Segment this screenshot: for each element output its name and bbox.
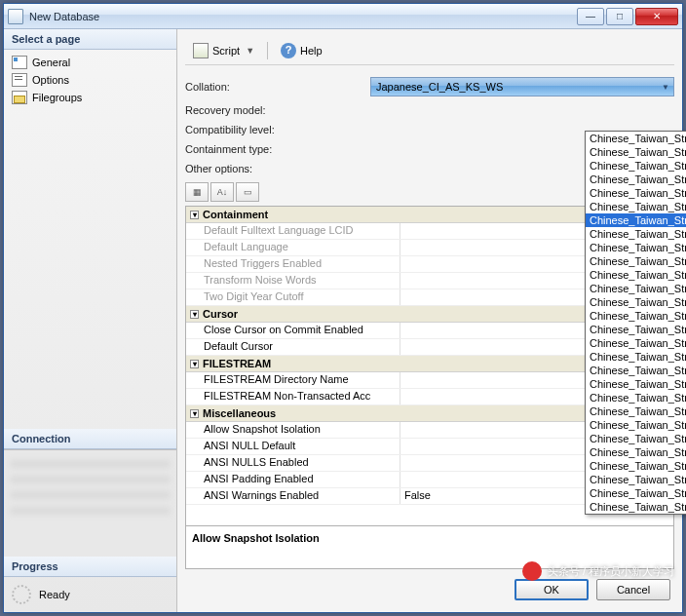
recovery-label: Recovery model: [185, 104, 370, 116]
right-panel: Script▼ ?Help Collation:Japanese_CI_AS_K… [177, 29, 682, 612]
other-options-label: Other options: [185, 163, 370, 174]
spinner-icon [12, 585, 31, 604]
collapse-icon[interactable]: ▾ [190, 360, 199, 368]
view-alphabetical-button[interactable]: A↓ [210, 182, 234, 202]
collapse-icon[interactable]: ▾ [190, 211, 199, 219]
dropdown-item[interactable]: Chinese_Taiwan_Stroke_CI_AS [586, 404, 686, 418]
property-key: ANSI NULL Default [186, 439, 400, 454]
progress-status: Ready [39, 589, 70, 600]
page-icon [12, 91, 27, 104]
dropdown-item[interactable]: Chinese_Taiwan_Stroke_CS_AI_KS [586, 473, 686, 486]
dropdown-item[interactable]: Chinese_Taiwan_Stroke_90_CS_AI_KS_SC [586, 132, 686, 145]
minimize-button[interactable]: — [577, 8, 604, 25]
dropdown-item[interactable]: Chinese_Taiwan_Stroke_90_CS_AI_KS_WS_SC [586, 159, 686, 173]
connection-area [4, 449, 176, 557]
property-key: FILESTREAM Directory Name [186, 372, 400, 388]
dropdown-item[interactable]: Chinese_Taiwan_Stroke_90_CS_AS_WS [586, 295, 686, 309]
watermark: 头条号 / 程序员小新人学习 [522, 561, 674, 581]
page-icon [12, 56, 27, 69]
property-key: ANSI Warnings Enabled [186, 488, 400, 504]
collapse-icon[interactable]: ▾ [190, 409, 199, 418]
dropdown-item[interactable]: Chinese_Taiwan_Stroke_BIN2 [586, 336, 686, 350]
collation-dropdown-list[interactable]: Chinese_Taiwan_Stroke_90_CS_AI_KS_SCChin… [585, 131, 686, 515]
dialog-window: New Database — □ ✕ Select a page General… [3, 3, 683, 613]
dropdown-item[interactable]: Chinese_Taiwan_Stroke_CI_AS_WS [586, 445, 686, 459]
dropdown-item[interactable]: Chinese_Taiwan_Stroke_CS_AI_KS_WS [586, 486, 686, 500]
containment-label: Containment type: [185, 143, 370, 155]
script-icon [193, 43, 209, 58]
collation-combo[interactable]: Japanese_CI_AS_KS_WS [370, 77, 674, 96]
window-title: New Database [29, 11, 577, 22]
dropdown-item[interactable]: Chinese_Taiwan_Stroke_90_CS_AI_WS [586, 186, 686, 200]
property-key: Two Digit Year Cutoff [186, 289, 400, 305]
separator [267, 42, 268, 59]
view-pages-button[interactable]: ▭ [236, 182, 259, 202]
view-categorized-button[interactable]: ▦ [185, 182, 209, 202]
dropdown-item[interactable]: Chinese_Taiwan_Stroke_CI_AS_KS [586, 418, 686, 432]
watermark-logo-icon [522, 561, 542, 581]
dropdown-item[interactable]: Chinese_Taiwan_Stroke_90_CS_AS_KS_WS_SC [586, 268, 686, 282]
dropdown-item[interactable]: Chinese_Taiwan_Stroke_CS_AI_WS [586, 500, 686, 514]
dropdown-item[interactable]: Chinese_Taiwan_Stroke_CI_AS_KS_WS [586, 432, 686, 445]
dropdown-item[interactable]: Chinese_Taiwan_Stroke_CI_AI_KS_WS [586, 377, 686, 391]
close-button[interactable]: ✕ [635, 8, 678, 25]
property-key: ANSI NULLS Enabled [186, 455, 400, 471]
page-general[interactable]: General [4, 54, 176, 71]
page-options[interactable]: Options [4, 71, 176, 89]
dropdown-item[interactable]: Chinese_Taiwan_Stroke_90_CS_AI_KS_WS [586, 145, 686, 159]
property-key: ANSI Padding Enabled [186, 472, 400, 487]
property-key: Transform Noise Words [186, 273, 400, 289]
property-key: Default Fulltext Language LCID [186, 223, 400, 239]
titlebar[interactable]: New Database — □ ✕ [4, 4, 682, 29]
maximize-button[interactable]: □ [606, 8, 633, 25]
dropdown-item[interactable]: Chinese_Taiwan_Stroke_CS_AI [586, 459, 686, 473]
help-icon: ? [281, 43, 296, 58]
dropdown-item[interactable]: Chinese_Taiwan_Stroke_90_CS_AS_SC [586, 282, 686, 295]
property-key: Nested Triggers Enabled [186, 256, 400, 272]
dropdown-item[interactable]: Chinese_Taiwan_Stroke_90_CS_AS_KS_SC [586, 241, 686, 254]
dropdown-item[interactable]: Chinese_Taiwan_Stroke_90_CS_AS_KS_WS [586, 254, 686, 268]
dropdown-item[interactable]: Chinese_Taiwan_Stroke_CI_AI_KS [586, 364, 686, 377]
toolbar: Script▼ ?Help [185, 37, 674, 65]
collation-label: Collation: [185, 81, 370, 93]
dropdown-item[interactable]: Chinese_Taiwan_Stroke_CS_AS [586, 514, 686, 515]
dropdown-item[interactable]: Chinese_Taiwan_Stroke_90_CS_AI_SC [586, 173, 686, 186]
dropdown-item[interactable]: Chinese_Taiwan_Stroke_CI_AI [586, 350, 686, 364]
connection-header: Connection [4, 429, 176, 449]
app-icon [8, 9, 23, 24]
dropdown-item[interactable]: Chinese_Taiwan_Stroke_CI_AI_WS [586, 391, 686, 404]
left-panel: Select a page General Options Filegroups… [4, 29, 177, 612]
page-filegroups[interactable]: Filegroups [4, 89, 176, 106]
property-key: Default Cursor [186, 339, 400, 355]
property-key: Close Cursor on Commit Enabled [186, 323, 400, 338]
help-button[interactable]: ?Help [275, 41, 328, 60]
progress-area: Ready [4, 577, 176, 612]
script-button[interactable]: Script▼ [187, 41, 260, 60]
ok-button[interactable]: OK [514, 579, 589, 600]
chevron-down-icon: ▼ [246, 46, 254, 56]
page-icon [12, 73, 27, 87]
compat-label: Compatibility level: [185, 124, 370, 135]
select-page-header: Select a page [4, 29, 176, 50]
collapse-icon[interactable]: ▾ [190, 310, 199, 319]
progress-header: Progress [4, 557, 176, 577]
dropdown-item[interactable]: Chinese_Taiwan_Stroke_90_CS_AS_WS_SC [586, 309, 686, 323]
property-key: FILESTREAM Non-Transacted Acc [186, 389, 400, 404]
dropdown-item[interactable]: Chinese_Taiwan_Stroke_90_CS_AI_WS_SC [586, 200, 686, 213]
dropdown-item[interactable]: Chinese_Taiwan_Stroke_BIN [586, 323, 686, 336]
dropdown-item[interactable]: Chinese_Taiwan_Stroke_90_CS_AS_KS [586, 227, 686, 241]
dropdown-item[interactable]: Chinese_Taiwan_Stroke_90_CS_AS [586, 213, 686, 227]
cancel-button[interactable]: Cancel [596, 579, 670, 600]
property-key: Default Language [186, 240, 400, 255]
property-key: Allow Snapshot Isolation [186, 422, 400, 438]
